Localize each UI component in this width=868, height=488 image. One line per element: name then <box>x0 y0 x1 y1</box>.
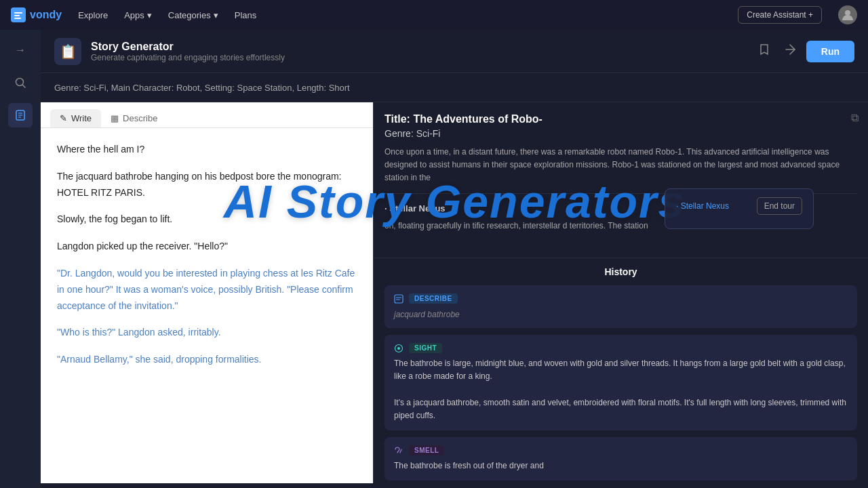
story-para-1: Where the hell am I? <box>57 142 357 158</box>
output-genre: Genre: Sci-Fi <box>384 128 857 139</box>
sidebar-document-icon[interactable] <box>8 103 33 127</box>
input-bar: Genre: Sci-Fi, Main Character: Robot, Se… <box>41 73 868 102</box>
story-tabs: ✎ Write ▦ Describe <box>41 102 373 128</box>
describe-label: jacquard bathrobe <box>394 310 460 319</box>
logo-icon <box>11 7 26 22</box>
story-para-6: "Who is this?" Langdon asked, irritably. <box>57 325 357 341</box>
app-info: Story Generator Generate captivating and… <box>91 41 285 62</box>
app-description: Generate captivating and engaging storie… <box>91 53 285 62</box>
svg-rect-0 <box>14 12 22 14</box>
story-output: ⧉ Title: The Adventures of Robo- Genre: … <box>374 102 868 258</box>
write-icon: ✎ <box>60 113 67 123</box>
history-item-sight: SIGHT The bathrobe is large, midnight bl… <box>384 335 857 430</box>
story-para-2: The jacquard bathrobe hanging on his bed… <box>57 169 357 201</box>
tour-header: · Stellar Nexus End tour <box>676 197 802 215</box>
explore-link[interactable]: Explore <box>78 10 108 20</box>
describe-tab[interactable]: ▦ Describe <box>101 109 167 127</box>
logo[interactable]: vondy <box>11 7 62 22</box>
create-assistant-button[interactable]: Create Assistant + <box>738 6 822 24</box>
smell-tag: SMELL <box>409 445 444 455</box>
story-panel: ✎ Write ▦ Describe Where the hell am I? … <box>41 102 373 483</box>
describe-tag: DESCRIBE <box>409 293 458 304</box>
sidebar-search-icon[interactable] <box>8 70 33 95</box>
app-icon: 📋 <box>54 38 81 65</box>
story-para-4: Langdon picked up the receiver. "Hello?" <box>57 239 357 255</box>
story-para-3: Slowly, the fog began to lift. <box>57 211 357 228</box>
tour-step-label: · Stellar Nexus <box>676 201 729 211</box>
plans-link[interactable]: Plans <box>235 10 257 20</box>
share-button[interactable] <box>781 40 800 62</box>
avatar[interactable] <box>838 5 857 24</box>
svg-rect-2 <box>14 18 21 19</box>
svg-point-14 <box>397 347 400 350</box>
smell-text: The bathrobe is fresh out of the dryer a… <box>394 460 848 472</box>
describe-icon: ▦ <box>111 113 119 123</box>
history-title: History <box>384 266 857 277</box>
app-header: 📋 Story Generator Generate captivating a… <box>41 30 868 73</box>
logo-text: vondy <box>30 9 62 21</box>
content-split: ✎ Write ▦ Describe Where the hell am I? … <box>41 102 868 483</box>
history-item-header-2: SIGHT <box>394 343 848 353</box>
sight-text: The bathrobe is large, midnight blue, an… <box>394 357 848 422</box>
copy-icon[interactable]: ⧉ <box>851 112 859 124</box>
history-panel: History DESCRIBE jacquard bathrobe <box>374 258 868 483</box>
sight-icon <box>394 344 403 353</box>
svg-point-3 <box>845 10 850 16</box>
run-button[interactable]: Run <box>806 41 854 62</box>
top-navigation: vondy Explore Apps ▾ Categories ▾ Plans … <box>0 0 868 30</box>
apps-link[interactable]: Apps ▾ <box>124 10 152 20</box>
right-panel: ⧉ Title: The Adventures of Robo- Genre: … <box>373 102 868 483</box>
left-sidebar: → <box>0 30 41 488</box>
output-title: Title: The Adventures of Robo- <box>384 113 857 125</box>
main-area: 📋 Story Generator Generate captivating a… <box>41 30 868 488</box>
describe-history-icon <box>394 294 403 304</box>
output-body: Once upon a time, in a distant future, t… <box>384 146 857 185</box>
story-content: Where the hell am I? The jacquard bathro… <box>41 128 373 392</box>
categories-link[interactable]: Categories ▾ <box>168 10 218 20</box>
categories-chevron-icon: ▾ <box>214 10 218 20</box>
history-item-header-3: SMELL <box>394 445 848 455</box>
history-item-smell: SMELL The bathrobe is fresh out of the d… <box>384 437 857 481</box>
header-actions: Run <box>755 40 854 62</box>
smell-icon <box>394 445 403 455</box>
sidebar-arrow-icon[interactable]: → <box>8 38 33 62</box>
story-para-7: "Arnaud Bellamy," she said, dropping for… <box>57 352 357 368</box>
svg-point-4 <box>16 79 24 86</box>
app-title: Story Generator <box>91 41 285 53</box>
history-item-header-1: DESCRIBE <box>394 293 848 304</box>
svg-rect-10 <box>395 295 403 303</box>
svg-line-5 <box>23 85 26 88</box>
sight-tag: SIGHT <box>409 343 442 353</box>
story-para-5: "Dr. Langdon, would you be interested in… <box>57 266 357 314</box>
bookmark-button[interactable] <box>755 40 774 62</box>
end-tour-button[interactable]: End tour <box>757 197 802 215</box>
apps-chevron-icon: ▾ <box>147 10 152 20</box>
write-tab[interactable]: ✎ Write <box>50 109 101 127</box>
tour-tooltip: · Stellar Nexus End tour <box>665 188 814 229</box>
input-value[interactable]: Genre: Sci-Fi, Main Character: Robot, Se… <box>54 83 350 93</box>
svg-rect-1 <box>14 15 20 16</box>
history-item-describe: DESCRIBE jacquard bathrobe <box>384 285 857 328</box>
